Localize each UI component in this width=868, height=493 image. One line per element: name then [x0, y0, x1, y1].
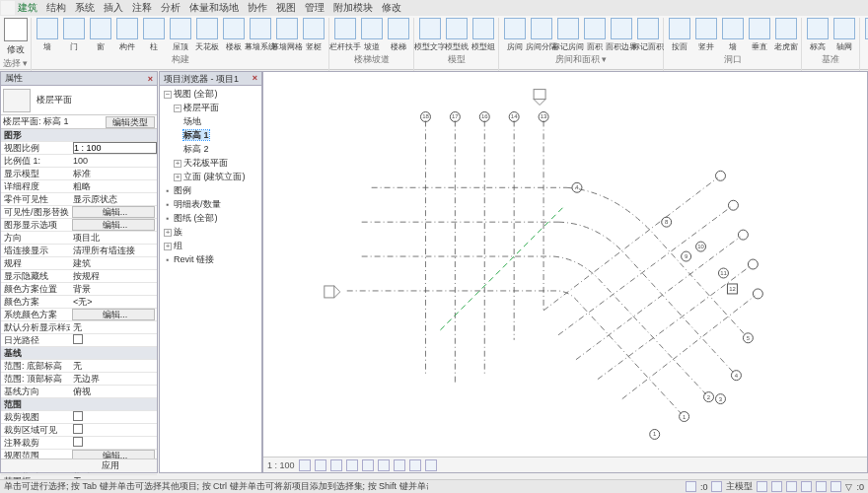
type-selector[interactable]: 楼层平面: [1, 86, 157, 115]
menu-管理[interactable]: 管理: [305, 1, 325, 15]
tree-item[interactable]: 场地: [160, 115, 261, 129]
tree-item[interactable]: ▪图纸 (全部): [160, 212, 261, 226]
prop-颜色方案位置[interactable]: 颜色方案位置背景: [1, 283, 157, 296]
select-dropdown[interactable]: 选择 ▾: [3, 57, 29, 70]
menu-注释[interactable]: 注释: [132, 1, 152, 15]
ribbon-模型组[interactable]: 模型组: [470, 18, 496, 52]
tree-item[interactable]: −楼层平面: [160, 102, 261, 115]
prop-显示隐藏线[interactable]: 显示隐藏线按规程: [1, 270, 157, 283]
ribbon-房间分隔[interactable]: 房间分隔: [528, 18, 554, 52]
select-links-icon[interactable]: [771, 481, 782, 492]
tree-item[interactable]: ▪Revit 链接: [160, 253, 261, 267]
prop-系统颜色方案[interactable]: 系统颜色方案编辑...: [1, 309, 157, 321]
modify-button[interactable]: 修改: [2, 18, 29, 56]
prop-注释裁剪[interactable]: 注释裁剪: [1, 437, 157, 450]
apply-button[interactable]: 应用: [102, 459, 151, 472]
tree-item[interactable]: +族: [160, 226, 261, 240]
close-icon[interactable]: ×: [148, 74, 153, 84]
tree-item[interactable]: +天花板平面: [160, 157, 261, 171]
ribbon-老虎窗[interactable]: 老虎窗: [772, 18, 799, 52]
ribbon-设置[interactable]: 设置: [862, 18, 868, 52]
menu-插入[interactable]: 插入: [104, 1, 123, 15]
prop-默认分析显示样式[interactable]: 默认分析显示样式无: [1, 321, 157, 334]
prop-规程[interactable]: 规程建筑: [1, 257, 157, 270]
drag-elements-icon[interactable]: [831, 481, 841, 492]
prop-范围: 底部标高[interactable]: 范围: 底部标高无: [1, 360, 157, 373]
ribbon-楼板[interactable]: 楼板: [220, 18, 247, 52]
ribbon-竖井[interactable]: 竖井: [692, 18, 719, 52]
ribbon-房间[interactable]: 房间: [501, 18, 528, 52]
ribbon-模型文字[interactable]: 模型文字: [416, 18, 443, 52]
status-model[interactable]: 主模型: [726, 480, 753, 493]
status-icon[interactable]: [686, 481, 696, 492]
prop-范围: 顶部标高[interactable]: 范围: 顶部标高无边界: [1, 373, 157, 386]
prop-比例值 1:[interactable]: 比例值 1:100: [1, 155, 157, 168]
menu-附加模块[interactable]: 附加模块: [333, 1, 373, 15]
view-scale[interactable]: 1 : 100: [267, 460, 295, 470]
menu-视图[interactable]: 视图: [276, 1, 296, 15]
worksets-icon[interactable]: [425, 459, 437, 471]
prop-详细程度[interactable]: 详细程度粗略: [1, 180, 157, 193]
detail-level-icon[interactable]: [299, 459, 311, 471]
ribbon-天花板[interactable]: 天花板: [193, 18, 220, 52]
ribbon-柱[interactable]: 柱: [140, 18, 167, 52]
close-icon[interactable]: ×: [253, 73, 257, 84]
ribbon-屋顶[interactable]: 屋顶: [167, 18, 193, 52]
prop-显示模型[interactable]: 显示模型标准: [1, 168, 157, 180]
ribbon-楼梯[interactable]: 楼梯: [385, 18, 411, 52]
ribbon-轴网[interactable]: 轴网: [831, 18, 857, 52]
prop-日光路径[interactable]: 日光路径: [1, 334, 157, 347]
ribbon-按面[interactable]: 按面: [666, 18, 692, 52]
edit-type-button[interactable]: 编辑类型: [106, 116, 155, 128]
visual-style-icon[interactable]: [315, 459, 326, 471]
ribbon-标记房间[interactable]: 标记房间: [554, 18, 581, 52]
ribbon-构件[interactable]: 构件: [113, 18, 140, 52]
ribbon-门[interactable]: 门: [60, 18, 87, 52]
workset-icon[interactable]: [711, 481, 722, 492]
ribbon-窗[interactable]: 窗: [87, 18, 113, 52]
ribbon-墙[interactable]: 墙: [719, 18, 746, 52]
menu-协作[interactable]: 协作: [248, 1, 267, 15]
prop-方向[interactable]: 方向项目北: [1, 232, 157, 245]
prop-零件可见性[interactable]: 零件可见性显示原状态: [1, 193, 157, 206]
ribbon-面积边界[interactable]: 面积边界: [608, 18, 634, 52]
prop-图形显示选项[interactable]: 图形显示选项编辑...: [1, 219, 157, 232]
reveal-hidden-icon[interactable]: [409, 459, 421, 471]
ribbon-模型线[interactable]: 模型线: [443, 18, 470, 52]
ribbon-面积[interactable]: 面积: [581, 18, 608, 52]
ribbon-垂直[interactable]: 垂直: [746, 18, 772, 52]
view-canvas[interactable]: 18 17 16 14 13 4 8 9 10 11 12 5 4 3 2 1: [262, 71, 868, 473]
tree-item[interactable]: +组: [160, 240, 261, 253]
prop-裁剪区域可见[interactable]: 裁剪区域可见: [1, 424, 157, 437]
instance-filter[interactable]: 楼层平面: 标高 1: [3, 115, 69, 128]
select-pinned-icon[interactable]: [801, 481, 812, 492]
menu-修改[interactable]: 修改: [382, 1, 401, 15]
ribbon-竖梃[interactable]: 竖梃: [300, 18, 326, 52]
prop-裁剪视图[interactable]: 裁剪视图: [1, 411, 157, 424]
menu-系统[interactable]: 系统: [75, 1, 95, 15]
ribbon-幕墙系统[interactable]: 幕墙系统: [247, 18, 273, 52]
tree-item[interactable]: ▪图例: [160, 184, 261, 198]
tree-item[interactable]: 标高 1: [160, 129, 261, 143]
prop-可见性/图形替换[interactable]: 可见性/图形替换编辑...: [1, 206, 157, 219]
crop-icon[interactable]: [362, 459, 374, 471]
prop-视图比例[interactable]: 视图比例: [1, 142, 157, 155]
tree-item[interactable]: ▪明细表/数量: [160, 198, 261, 212]
tree-item[interactable]: 标高 2: [160, 143, 261, 157]
sun-path-icon[interactable]: [330, 459, 342, 471]
prop-基线方向[interactable]: 基线方向俯视: [1, 386, 157, 398]
hide-isolate-icon[interactable]: [394, 459, 405, 471]
shadows-icon[interactable]: [346, 459, 358, 471]
menu-体量和场地[interactable]: 体量和场地: [189, 1, 239, 15]
crop-region-icon[interactable]: [378, 459, 390, 471]
select-underlay-icon[interactable]: [786, 481, 797, 492]
ribbon-坡道[interactable]: 坡道: [358, 18, 385, 52]
ribbon-标记面积[interactable]: 标记面积: [634, 18, 661, 52]
ribbon-栏杆扶手[interactable]: 栏杆扶手: [331, 18, 358, 52]
tree-item[interactable]: −视图 (全部): [160, 88, 261, 102]
prop-颜色方案[interactable]: 颜色方案<无>: [1, 296, 157, 309]
filter-icon[interactable]: [757, 481, 767, 492]
ribbon-墙[interactable]: 墙: [34, 18, 60, 52]
menu-分析[interactable]: 分析: [161, 1, 181, 15]
ribbon-标高[interactable]: 标高: [804, 18, 831, 52]
